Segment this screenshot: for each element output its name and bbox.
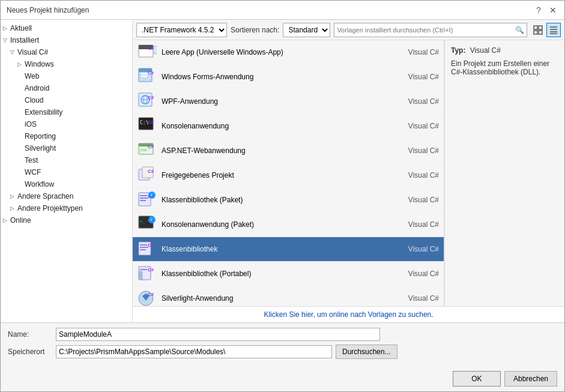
project-icon-klassenbib: C# bbox=[137, 240, 157, 259]
project-item-wpf[interactable]: C# WPF-AnwendungVisual C# bbox=[133, 89, 444, 114]
project-item-leere-app[interactable]: C# Leere App (Universelle Windows-App)Vi… bbox=[133, 40, 444, 65]
svg-rect-35 bbox=[140, 198, 148, 199]
project-item-freigegebenes[interactable]: C# Freigegebenes ProjektVisual C# bbox=[133, 163, 444, 188]
path-label: Speicherort bbox=[8, 348, 56, 356]
sidebar-item-wcf[interactable]: WCF bbox=[1, 166, 132, 178]
svg-text:C#: C# bbox=[148, 169, 154, 174]
grid-view-button[interactable] bbox=[531, 23, 545, 37]
project-type-aspnet: Visual C# bbox=[396, 146, 439, 155]
dialog-buttons: OK Abbrechen bbox=[1, 367, 564, 391]
sidebar-item-android[interactable]: Android bbox=[1, 82, 132, 94]
search-input[interactable] bbox=[337, 26, 515, 34]
project-item-klassenbib[interactable]: C# KlassenbibliothekVisual C# bbox=[133, 237, 444, 262]
project-name-freigegebenes: Freigegebenes Projekt bbox=[162, 171, 396, 179]
cancel-button[interactable]: Abbrechen bbox=[504, 371, 557, 387]
svg-text:>_: >_ bbox=[140, 219, 145, 224]
svg-text:_: _ bbox=[140, 125, 142, 130]
sidebar-label-wcf: WCF bbox=[25, 168, 127, 176]
project-item-winforms[interactable]: C# Windows Forms-AnwendungVisual C# bbox=[133, 65, 444, 89]
sidebar-label-aktuell: Aktuell bbox=[10, 24, 127, 32]
sidebar-label-cloud: Cloud bbox=[25, 96, 127, 104]
sidebar-item-ios[interactable]: iOS bbox=[1, 118, 132, 130]
name-input[interactable] bbox=[56, 328, 380, 341]
sidebar-arrow-andere-projekttypen: ▷ bbox=[10, 205, 17, 211]
svg-text:C#: C# bbox=[148, 193, 154, 199]
sidebar-arrow-aktuell: ▷ bbox=[3, 25, 10, 31]
project-icon-winforms: C# bbox=[137, 67, 157, 86]
sidebar-item-windows[interactable]: ▷Windows bbox=[1, 58, 132, 70]
project-item-aspnet[interactable]: ASP C# ASP.NET-WebanwendungVisual C# bbox=[133, 139, 444, 163]
sidebar-label-andere-sprachen: Andere Sprachen bbox=[17, 192, 127, 201]
project-name-klassenbib: Klassenbibliothek bbox=[162, 245, 396, 253]
project-icon-konsole-paket: >_ + C# bbox=[137, 215, 157, 234]
sidebar-label-test: Test bbox=[25, 156, 127, 164]
sidebar-item-extensibility[interactable]: Extensibility bbox=[1, 106, 132, 118]
framework-select[interactable]: .NET Framework 4.5.2 bbox=[136, 23, 227, 37]
project-type-klassenbib: Visual C# bbox=[396, 245, 439, 253]
sidebar-item-test[interactable]: Test bbox=[1, 154, 132, 166]
browse-button[interactable]: Durchsuchen... bbox=[336, 345, 397, 359]
sidebar-item-reporting[interactable]: Reporting bbox=[1, 130, 132, 142]
project-item-konsole[interactable]: C:\ _ C# KonsolenanwendungVisual C# bbox=[133, 114, 444, 139]
ok-button[interactable]: OK bbox=[453, 371, 501, 387]
sidebar-item-workflow[interactable]: Workflow bbox=[1, 178, 132, 190]
project-item-klassenbib-paket[interactable]: + C# Klassenbibliothek (Paket)Visual C# bbox=[133, 188, 444, 213]
sort-label: Sortieren nach: bbox=[231, 26, 279, 34]
grid-icon bbox=[533, 25, 543, 35]
project-icon-aspnet: ASP C# bbox=[137, 141, 157, 160]
search-icon: 🔍 bbox=[515, 26, 524, 34]
project-name-klassenbib-paket: Klassenbibliothek (Paket) bbox=[162, 196, 396, 204]
title-bar: Neues Projekt hinzufügen ? ✕ bbox=[1, 1, 564, 20]
svg-rect-1 bbox=[539, 26, 542, 29]
help-button[interactable]: ? bbox=[533, 5, 544, 16]
list-view-button[interactable] bbox=[546, 23, 561, 37]
project-icon-konsole: C:\ _ C# bbox=[137, 116, 157, 136]
svg-text:C#: C# bbox=[148, 292, 154, 297]
project-icon-wpf: C# bbox=[137, 92, 157, 111]
sidebar-arrow-visual-cs: ▽ bbox=[10, 49, 17, 55]
svg-rect-15 bbox=[141, 76, 147, 77]
project-item-klassenbib-portabel[interactable]: C# Klassenbibliothek (Portabel)Visual C# bbox=[133, 262, 444, 286]
dialog-title: Neues Projekt hinzufügen bbox=[7, 6, 89, 14]
sidebar-item-cloud[interactable]: Cloud bbox=[1, 94, 132, 106]
search-box: 🔍 bbox=[334, 23, 527, 37]
sidebar-label-android: Android bbox=[25, 84, 127, 92]
project-icon-klassenbib-paket: + C# bbox=[137, 190, 157, 210]
path-input[interactable] bbox=[56, 345, 332, 358]
sidebar-item-silverlight[interactable]: Silverlight bbox=[1, 142, 132, 154]
sidebar-item-visual-cs[interactable]: ▽Visual C# bbox=[1, 46, 132, 58]
sidebar-item-installiert[interactable]: ▽Installiert bbox=[1, 34, 132, 46]
sidebar-item-andere-projekttypen[interactable]: ▷Andere Projekttypen bbox=[1, 202, 132, 214]
project-type-wpf: Visual C# bbox=[396, 97, 439, 106]
project-type-klassenbib-paket: Visual C# bbox=[396, 196, 439, 204]
svg-text:C#: C# bbox=[148, 267, 154, 273]
new-project-dialog: Neues Projekt hinzufügen ? ✕ ▷Aktuell▽In… bbox=[0, 0, 565, 392]
main-content: ▷Aktuell▽Installiert▽Visual C#▷WindowsWe… bbox=[1, 20, 564, 322]
svg-text:C#: C# bbox=[148, 144, 154, 149]
right-panel: .NET Framework 4.5.2 Sortieren nach: Sta… bbox=[133, 20, 564, 322]
info-type-label: Typ: Visual C# bbox=[451, 46, 558, 55]
close-button[interactable]: ✕ bbox=[548, 5, 558, 16]
info-panel: Typ: Visual C# Ein Projekt zum Erstellen… bbox=[444, 40, 564, 306]
online-link-container: Klicken Sie hier, um online nach Vorlage… bbox=[133, 306, 564, 322]
online-search-link[interactable]: Klicken Sie hier, um online nach Vorlage… bbox=[264, 310, 433, 319]
svg-rect-47 bbox=[140, 247, 148, 248]
project-item-silverlight-anw[interactable]: C# Silverlight-AnwendungVisual C# bbox=[133, 286, 444, 306]
project-name-konsole: Konsolenanwendung bbox=[162, 122, 396, 130]
sidebar-item-online[interactable]: ▷Online bbox=[1, 214, 132, 226]
project-item-konsole-paket[interactable]: >_ + C# Konsolenanwendung (Paket)Visual … bbox=[133, 213, 444, 237]
svg-text:C#: C# bbox=[148, 95, 154, 100]
sidebar-item-aktuell[interactable]: ▷Aktuell bbox=[1, 22, 132, 34]
project-name-aspnet: ASP.NET-Webanwendung bbox=[162, 146, 396, 155]
sidebar-item-andere-sprachen[interactable]: ▷Andere Sprachen bbox=[1, 190, 132, 202]
sidebar-arrow-online: ▷ bbox=[3, 217, 10, 223]
sidebar-label-visual-cs: Visual C# bbox=[17, 48, 127, 56]
project-name-wpf: WPF-Anwendung bbox=[162, 97, 396, 106]
project-name-klassenbib-portabel: Klassenbibliothek (Portabel) bbox=[162, 270, 396, 278]
sidebar-item-web[interactable]: Web bbox=[1, 70, 132, 82]
sort-select[interactable]: Standard bbox=[283, 23, 330, 37]
title-bar-controls: ? ✕ bbox=[533, 5, 558, 16]
svg-text:C#: C# bbox=[148, 46, 154, 51]
project-icon-leere-app: C# bbox=[137, 43, 157, 62]
name-row: Name: bbox=[8, 328, 557, 341]
